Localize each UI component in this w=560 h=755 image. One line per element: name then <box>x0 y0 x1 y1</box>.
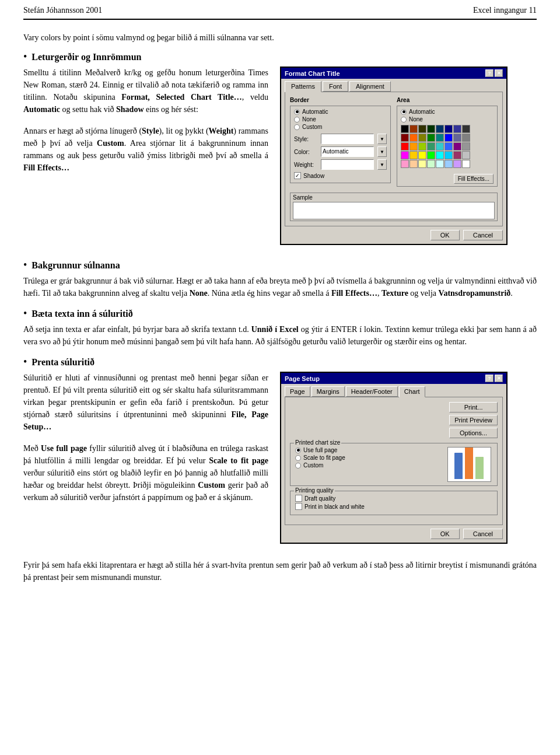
color-swatch[interactable] <box>418 160 426 168</box>
tab-font[interactable]: Font <box>323 81 348 92</box>
color-swatch[interactable] <box>401 160 409 168</box>
color-swatch[interactable] <box>427 142 435 151</box>
color-swatch[interactable] <box>418 151 426 159</box>
area-none-radio[interactable]: None <box>401 116 494 123</box>
color-swatch[interactable] <box>418 134 426 142</box>
format-chart-dialog-container: Format Chart Title ? ✕ Patterns Font Ali… <box>280 67 513 251</box>
draft-quality-checkbox[interactable] <box>295 495 302 502</box>
ps-cancel-button[interactable]: Cancel <box>463 529 503 539</box>
color-swatch[interactable] <box>410 151 418 159</box>
color-swatch[interactable] <box>462 160 470 168</box>
print-black-white-row[interactable]: Print in black and white <box>295 503 492 510</box>
print-preview-btn[interactable]: Print Preview <box>449 415 498 425</box>
color-swatch[interactable] <box>436 134 444 142</box>
color-swatch[interactable] <box>418 125 426 133</box>
color-swatch[interactable] <box>401 134 409 142</box>
ok-button[interactable]: OK <box>430 230 460 240</box>
ps-content: Use full page Scale to fit page Custom <box>295 447 492 482</box>
color-swatch[interactable] <box>444 134 453 142</box>
dialog-buttons: OK Cancel <box>281 230 506 244</box>
color-swatch[interactable] <box>436 142 444 151</box>
ps-tabs: Page Margins Header/Footer Chart <box>281 384 506 397</box>
shadow-checkbox-row[interactable]: ✓ Shadow <box>294 172 387 179</box>
ps-tab-headerfooter[interactable]: Header/Footer <box>346 386 398 397</box>
weight-dropdown[interactable]: ▼ <box>377 159 387 170</box>
color-swatch[interactable] <box>444 160 453 168</box>
style-row: Style: ▼ <box>294 134 387 144</box>
print-black-white-checkbox[interactable] <box>295 503 302 510</box>
color-swatch[interactable] <box>444 151 453 159</box>
color-swatch[interactable] <box>436 160 444 168</box>
color-swatch[interactable] <box>427 125 435 133</box>
border-custom-radio[interactable]: Custom <box>294 124 387 130</box>
bullet-3: • <box>23 307 27 320</box>
tab-patterns[interactable]: Patterns <box>285 81 321 92</box>
weight-row: Weight: ▼ <box>294 159 387 170</box>
color-swatch[interactable] <box>453 134 461 142</box>
cancel-button[interactable]: Cancel <box>463 230 503 240</box>
color-swatch[interactable] <box>453 151 461 159</box>
border-none-radio[interactable]: None <box>294 116 387 123</box>
color-swatch[interactable] <box>444 125 453 133</box>
area-automatic-radio[interactable]: Automatic <box>401 109 494 115</box>
color-swatch[interactable] <box>462 125 470 133</box>
color-swatch[interactable] <box>427 134 435 142</box>
color-swatch[interactable] <box>418 142 426 151</box>
color-swatch[interactable] <box>436 151 444 159</box>
use-full-page-radio[interactable]: Use full page <box>295 447 440 453</box>
color-swatch[interactable] <box>453 125 461 133</box>
print-black-white-label: Print in black and white <box>304 504 365 510</box>
color-swatch[interactable] <box>401 151 409 159</box>
ps-help-btn[interactable]: ? <box>485 375 494 382</box>
tab-alignment[interactable]: Alignment <box>349 81 391 92</box>
options-btn[interactable]: Options... <box>449 428 498 438</box>
color-swatch[interactable] <box>427 151 435 159</box>
color-swatch[interactable] <box>410 142 418 151</box>
style-dropdown[interactable]: ▼ <box>377 134 387 144</box>
color-grid[interactable] <box>401 125 494 168</box>
color-swatch[interactable] <box>462 142 470 151</box>
ps-title: Page Setup <box>285 375 320 382</box>
ps-close-btn[interactable]: ✕ <box>495 375 503 382</box>
ps-ok-button[interactable]: OK <box>430 529 460 539</box>
border-group: Automatic None Custom <box>290 106 391 183</box>
color-swatch[interactable] <box>436 125 444 133</box>
color-swatch[interactable] <box>453 142 461 151</box>
color-swatch[interactable] <box>410 125 418 133</box>
custom-radio[interactable]: Custom <box>295 462 440 469</box>
scale-to-fit-radio[interactable]: Scale to fit page <box>295 455 440 461</box>
border-custom-label: Custom <box>302 124 322 130</box>
color-dropdown[interactable]: ▼ <box>377 146 387 157</box>
color-row: Color: Automatic ▼ <box>294 146 387 157</box>
area-none-label: None <box>409 116 423 123</box>
color-swatch[interactable] <box>410 134 418 142</box>
color-swatch[interactable] <box>462 151 470 159</box>
section4-para2: Með Use full page fyllir súluritið alveg… <box>23 442 268 504</box>
color-swatch[interactable] <box>410 160 418 168</box>
print-btn[interactable]: Print... <box>449 402 498 413</box>
shadow-checkbox[interactable]: ✓ <box>294 172 301 179</box>
ps-tab-chart[interactable]: Chart <box>399 386 425 397</box>
weight-input[interactable] <box>321 159 374 170</box>
border-automatic-radio[interactable]: Automatic <box>294 109 387 115</box>
titlebar-buttons: ? ✕ <box>485 69 503 77</box>
radio-icon <box>401 117 407 123</box>
draft-quality-row[interactable]: Draft quality <box>295 495 492 502</box>
printed-chart-size-label: Printed chart size <box>294 439 341 446</box>
dialog-help-btn[interactable]: ? <box>485 69 494 77</box>
color-input[interactable]: Automatic <box>321 146 374 157</box>
color-swatch[interactable] <box>444 142 453 151</box>
radio-icon <box>294 124 300 130</box>
style-input[interactable] <box>321 134 374 144</box>
color-swatch[interactable] <box>401 142 409 151</box>
dialog-close-btn[interactable]: ✕ <box>495 69 503 77</box>
sample-section: Sample <box>290 193 498 221</box>
color-swatch[interactable] <box>401 125 409 133</box>
ps-tab-page[interactable]: Page <box>285 386 310 397</box>
color-swatch[interactable] <box>462 134 470 142</box>
radio-icon <box>401 109 407 115</box>
ps-tab-margins[interactable]: Margins <box>312 386 345 397</box>
fill-effects-btn[interactable]: Fill Effects... <box>454 174 494 184</box>
color-swatch[interactable] <box>453 160 461 168</box>
color-swatch[interactable] <box>427 160 435 168</box>
